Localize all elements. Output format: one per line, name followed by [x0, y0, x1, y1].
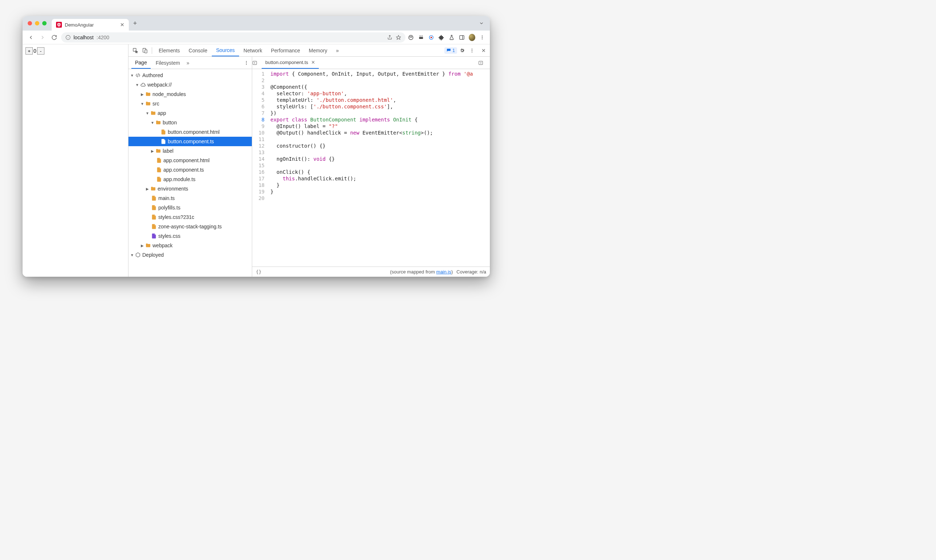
device-toggle-icon[interactable]: [140, 46, 150, 55]
forward-button[interactable]: [38, 33, 47, 42]
tree-group-authored[interactable]: ▼ Authored: [128, 71, 252, 80]
devtools-tab-performance[interactable]: Performance: [267, 45, 304, 56]
tree-item-styles-hash[interactable]: styles.css?231c: [128, 212, 252, 222]
devtools-settings-icon[interactable]: [459, 48, 467, 54]
browser-toolbar: localhost:4200: [23, 31, 490, 45]
extension-icon-flask[interactable]: [448, 34, 455, 41]
file-icon: [160, 129, 166, 135]
sources-subtab-page[interactable]: Page: [131, 57, 151, 69]
file-icon: [156, 167, 162, 173]
devtools-tabs-overflow-icon[interactable]: »: [332, 45, 343, 56]
devtools-tab-console[interactable]: Console: [184, 45, 211, 56]
tree-item-app-html[interactable]: app.component.html: [128, 155, 252, 165]
content-area: + 0 - Elements Console Sources Network P…: [23, 45, 490, 277]
code-editor[interactable]: 1234567891011121314151617181920 import {…: [252, 69, 490, 266]
svg-point-17: [482, 38, 483, 39]
browser-tab[interactable]: DemoAngular ✕: [52, 19, 129, 31]
sources-subtab-menu-icon[interactable]: [244, 60, 249, 65]
devtools-tab-elements[interactable]: Elements: [154, 45, 184, 56]
devtools-tab-memory[interactable]: Memory: [305, 45, 332, 56]
tab-title: DemoAngular: [65, 22, 94, 28]
tab-strip: DemoAngular ✕ +: [23, 16, 490, 31]
tree-item-app-module[interactable]: app.module.ts: [128, 175, 252, 184]
sources-subtab-overflow-icon[interactable]: »: [187, 60, 190, 66]
window-close-button[interactable]: [28, 21, 32, 25]
side-panel-icon[interactable]: [458, 34, 465, 41]
pretty-print-icon[interactable]: {}: [256, 269, 262, 275]
devtools-close-icon[interactable]: ✕: [480, 48, 488, 54]
svg-point-24: [246, 61, 247, 62]
folder-icon: [150, 186, 156, 192]
editor-sidebar-toggle-icon[interactable]: [478, 60, 488, 65]
bookmark-star-icon[interactable]: [396, 35, 401, 40]
tabs-overflow-icon[interactable]: [477, 19, 486, 27]
svg-marker-4: [396, 35, 401, 39]
tree-item-app-ts[interactable]: app.component.ts: [128, 165, 252, 175]
svg-point-23: [472, 51, 472, 52]
angular-favicon: [56, 22, 62, 28]
tree-item-button-html[interactable]: button.component.html: [128, 127, 252, 137]
svg-point-25: [246, 62, 247, 63]
editor-tab-filename: button.component.ts: [265, 60, 308, 65]
extension-icon-3[interactable]: [428, 34, 435, 41]
back-button[interactable]: [26, 33, 35, 42]
share-icon[interactable]: [387, 35, 392, 40]
file-tree: ▼ Authored ▼ webpack:// ▶ node_mo: [128, 69, 252, 277]
folder-icon: [145, 243, 151, 248]
coverage-info: Coverage: n/a: [456, 269, 486, 275]
svg-rect-29: [479, 61, 483, 65]
browser-menu-icon[interactable]: [479, 34, 486, 41]
source-map-link[interactable]: main.js: [436, 269, 451, 275]
site-info-icon[interactable]: [65, 35, 71, 40]
tree-item-webpack-folder[interactable]: ▶ webpack: [128, 241, 252, 250]
window-maximize-button[interactable]: [42, 21, 46, 25]
folder-icon: [156, 148, 161, 154]
address-bar[interactable]: localhost:4200: [61, 32, 406, 43]
file-icon: [151, 233, 157, 239]
tree-item-polyfills[interactable]: polyfills.ts: [128, 203, 252, 212]
editor-tab[interactable]: button.component.ts ✕: [262, 57, 319, 69]
devtools-menu-icon[interactable]: [469, 48, 478, 53]
inspect-element-icon[interactable]: [131, 46, 140, 55]
devtools-panel: Elements Console Sources Network Perform…: [128, 45, 490, 277]
window-minimize-button[interactable]: [35, 21, 39, 25]
tree-item-src[interactable]: ▼ src: [128, 99, 252, 108]
deployed-icon: [135, 252, 141, 258]
editor-nav-toggle-icon[interactable]: [252, 60, 262, 65]
tree-item-zone-tag[interactable]: zone-async-stack-tagging.ts: [128, 222, 252, 231]
line-gutter: 1234567891011121314151617181920: [252, 69, 268, 266]
extensions-puzzle-icon[interactable]: [438, 34, 445, 41]
editor-tab-close-icon[interactable]: ✕: [311, 60, 315, 65]
tree-item-label-folder[interactable]: ▶ label: [128, 146, 252, 155]
tree-item-main-ts[interactable]: main.ts: [128, 194, 252, 203]
decrement-button[interactable]: -: [37, 47, 45, 55]
tree-item-app[interactable]: ▼ app: [128, 108, 252, 118]
profile-avatar[interactable]: [469, 34, 475, 41]
counter-value: 0: [33, 48, 37, 54]
tree-item-environments[interactable]: ▶ environments: [128, 184, 252, 194]
tree-item-webpack-scheme[interactable]: ▼ webpack://: [128, 80, 252, 89]
editor-tab-bar: button.component.ts ✕: [252, 57, 490, 69]
increment-button[interactable]: +: [25, 47, 33, 55]
extension-icon-1[interactable]: [408, 34, 414, 41]
issues-badge[interactable]: 1: [444, 47, 457, 54]
editor-status-bar: {} (source mapped from main.js) Coverage…: [252, 266, 490, 277]
tree-item-button-folder[interactable]: ▼ button: [128, 118, 252, 127]
svg-point-10: [421, 35, 423, 36]
devtools-tab-sources[interactable]: Sources: [212, 45, 239, 56]
file-icon: [156, 157, 162, 163]
folder-icon: [156, 120, 161, 125]
file-icon: [151, 205, 157, 211]
tab-close-icon[interactable]: ✕: [120, 22, 125, 28]
extension-icon-2[interactable]: [418, 34, 424, 41]
tree-item-styles-css[interactable]: styles.css: [128, 231, 252, 241]
new-tab-button[interactable]: +: [130, 20, 140, 27]
browser-window: DemoAngular ✕ + localhost:4200: [23, 16, 490, 277]
tree-item-node-modules[interactable]: ▶ node_modules: [128, 89, 252, 99]
svg-point-15: [482, 35, 483, 36]
tree-group-deployed[interactable]: ▼ Deployed: [128, 250, 252, 260]
devtools-tab-network[interactable]: Network: [239, 45, 267, 56]
tree-item-button-ts[interactable]: button.component.ts: [128, 137, 252, 146]
reload-button[interactable]: [49, 33, 59, 42]
sources-subtab-filesystem[interactable]: Filesystem: [152, 57, 184, 69]
